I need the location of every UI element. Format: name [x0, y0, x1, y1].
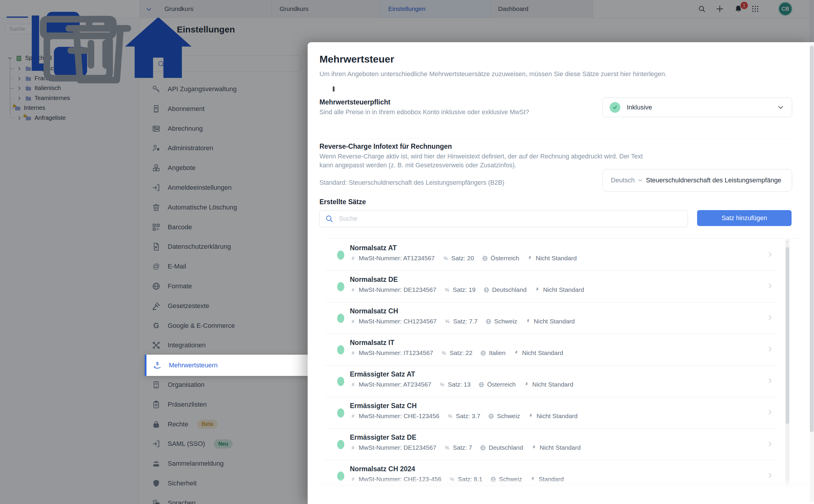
rate-meta-text: MwSt-Nummer: AT234567	[359, 381, 432, 388]
pin-icon	[513, 350, 519, 356]
chevron-right-icon[interactable]	[766, 251, 774, 258]
reverse-charge-text-field[interactable]: Deutsch Steuerschuldnerschaft des Leistu…	[602, 169, 792, 192]
status-dot	[337, 282, 344, 291]
rate-meta-text: MwSt-Nummer: AT1234567	[359, 255, 435, 262]
pin-icon	[534, 287, 540, 293]
svg-text:#: #	[351, 255, 354, 261]
rate-meta-text: Nicht Standard	[540, 444, 581, 451]
percent-icon: %	[445, 318, 451, 325]
rate-meta-text: Satz: 19	[453, 286, 476, 293]
percent-icon: %	[443, 255, 449, 261]
rate-meta-text: Nicht Standard	[543, 286, 584, 293]
rate-meta: #MwSt-Nummer: CH1234567%Satz: 7.7Schweiz…	[350, 318, 575, 325]
rate-meta-text: Österreich	[487, 381, 516, 388]
rate-name: Ermässigter Satz AT	[350, 370, 415, 378]
check-circle-icon	[610, 102, 620, 113]
rate-row-normalsatz-de[interactable]: Normalsatz DE#MwSt-Nummer: DE1234567%Sat…	[325, 271, 803, 302]
list-scrollbar-thumb[interactable]	[786, 247, 789, 424]
rate-row-erm-ssigter-satz-ch[interactable]: Ermässigter Satz CH#MwSt-Nummer: CHE-123…	[325, 397, 803, 429]
chevron-right-icon[interactable]	[766, 345, 774, 353]
reverse-charge-heading: Reverse-Charge Infotext für Rechnungen	[319, 143, 452, 150]
svg-text:%: %	[442, 350, 446, 355]
rate-name: Normalsatz IT	[350, 339, 394, 347]
scroll-up-icon[interactable]	[786, 240, 789, 243]
rate-meta: #MwSt-Nummer: DE1234567%Satz: 19Deutschl…	[350, 286, 584, 293]
panel-scrollbar-thumb[interactable]	[810, 46, 814, 432]
svg-text:#: #	[351, 413, 354, 419]
rate-meta-text: Italien	[489, 349, 506, 356]
rate-row-normalsatz-at[interactable]: Normalsatz AT#MwSt-Nummer: AT1234567%Sat…	[325, 239, 803, 271]
status-dot	[337, 377, 344, 386]
svg-text:#: #	[351, 350, 354, 356]
hash-icon: #	[350, 318, 356, 325]
rate-meta-text: Nicht Standard	[537, 413, 578, 420]
globe-icon	[478, 382, 485, 388]
rate-meta-text: MwSt-Nummer: DE1234567	[359, 286, 437, 293]
rate-meta-text: MwSt-Nummer: IT1234567	[359, 349, 433, 356]
chevron-right-icon[interactable]	[766, 440, 774, 448]
rate-meta-text: Satz: 7	[453, 444, 472, 451]
rate-meta-text: Satz: 20	[452, 255, 474, 262]
add-rate-button[interactable]: Satz hinzufügen	[697, 210, 792, 226]
vat-settings-panel: Mehrwertsteuer Um ihren Angeboten unters…	[308, 42, 814, 504]
svg-text:%: %	[448, 413, 452, 418]
status-dot	[337, 440, 344, 449]
rate-meta: #MwSt-Nummer: CHE-123456%Satz: 3.7Schwei…	[350, 413, 578, 420]
svg-text:%: %	[440, 382, 444, 387]
chevron-right-icon[interactable]	[766, 377, 774, 384]
chevron-right-icon[interactable]	[766, 408, 774, 416]
rate-meta-text: Nicht Standard	[522, 349, 563, 356]
svg-text:$: $	[156, 361, 159, 366]
rate-name: Ermässigter Satz CH	[350, 402, 417, 410]
rates-search-input[interactable]	[338, 215, 682, 223]
rate-meta-text: Nicht Standard	[534, 318, 575, 325]
modal-subtitle: Um ihren Angeboten unterschiedliche Mehr…	[319, 70, 667, 78]
vat-liability-select[interactable]: Inklusive	[602, 98, 792, 117]
rate-meta: #MwSt-Nummer: AT1234567%Satz: 20Österrei…	[350, 255, 577, 262]
pin-icon	[528, 413, 534, 419]
vat-liability-description: Sind alle Preise in in Ihrem edoobox Kon…	[319, 108, 529, 117]
rate-row-normalsatz-it[interactable]: Normalsatz IT#MwSt-Nummer: IT1234567%Sat…	[325, 334, 803, 366]
list-bottom-fade	[320, 478, 810, 487]
rate-row-erm-ssigter-satz-de[interactable]: Ermässigter Satz DE#MwSt-Nummer: DE12345…	[325, 429, 803, 460]
rate-meta-text: Schweiz	[497, 413, 520, 420]
chevron-right-icon[interactable]	[766, 282, 774, 290]
rates-search[interactable]	[319, 210, 688, 227]
active-item-indicator	[145, 355, 146, 376]
chevron-right-icon[interactable]	[766, 314, 774, 321]
rate-meta: #MwSt-Nummer: AT234567%Satz: 13Österreic…	[350, 381, 573, 388]
rate-meta-text: Deutschland	[492, 286, 527, 293]
sidebar-item-mehrwertsteuern-active[interactable]: $ Mehrwertsteuern	[145, 355, 308, 376]
rate-meta-text: Nicht Standard	[532, 381, 573, 388]
svg-text:#: #	[351, 445, 354, 450]
rate-name: Ermässigter Satz DE	[350, 433, 416, 441]
rate-row-normalsatz-ch[interactable]: Normalsatz CH#MwSt-Nummer: CH1234567%Sat…	[325, 302, 803, 334]
rate-meta: #MwSt-Nummer: DE1234567%Satz: 7Deutschla…	[350, 444, 581, 451]
hash-icon: #	[350, 382, 356, 388]
language-value: Deutsch	[611, 176, 635, 184]
percent-icon: %	[439, 382, 445, 388]
globe-icon	[482, 255, 488, 261]
percent-icon: %	[444, 445, 450, 451]
reverse-charge-value: Steuerschuldnerschaft des Leistungsempfä…	[646, 176, 792, 184]
rate-meta-text: Satz: 7.7	[453, 318, 478, 325]
svg-text:#: #	[351, 287, 354, 292]
rate-meta-text: MwSt-Nummer: CH1234567	[359, 318, 437, 325]
reverse-charge-standard-note: Standard: Steuerschuldnerschaft des Leis…	[319, 179, 650, 187]
percent-icon: %	[447, 413, 453, 419]
rate-row-erm-ssigter-satz-at[interactable]: Ermässigter Satz AT#MwSt-Nummer: AT23456…	[325, 366, 803, 397]
chevron-down-icon	[637, 177, 643, 183]
svg-text:%: %	[445, 319, 450, 324]
svg-text:#: #	[351, 318, 354, 324]
rates-list: Normalsatz AT#MwSt-Nummer: AT1234567%Sat…	[325, 238, 803, 487]
hash-icon: #	[350, 445, 356, 451]
globe-icon	[483, 287, 490, 293]
pin-icon	[524, 382, 530, 388]
vat-liability-value: Inklusive	[627, 104, 770, 111]
rate-meta-text: MwSt-Nummer: DE1234567	[359, 444, 437, 451]
language-selector[interactable]: Deutsch	[611, 176, 643, 184]
section-divider	[319, 139, 794, 139]
rate-meta-text: Satz: 22	[450, 349, 473, 356]
percent-icon: %	[441, 350, 447, 356]
percent-icon: %	[444, 287, 450, 293]
